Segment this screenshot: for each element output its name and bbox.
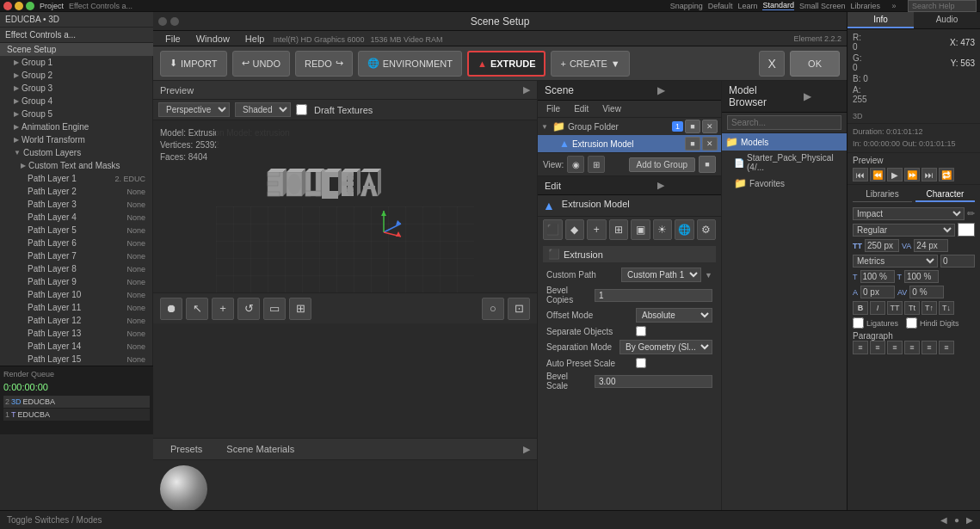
- align-justify-left-btn[interactable]: ≡: [921, 341, 937, 354]
- group-4-item[interactable]: ▶Group 4: [0, 95, 152, 108]
- italic-btn[interactable]: I: [870, 301, 885, 315]
- ok-button[interactable]: OK: [790, 51, 840, 77]
- expand-preview-icon[interactable]: ▶: [523, 84, 530, 95]
- expand-model-browser-icon[interactable]: ▶: [804, 90, 841, 102]
- align-justify-right-btn[interactable]: ≡: [939, 341, 954, 354]
- path-layer-5[interactable]: Path Layer 5None: [0, 224, 152, 237]
- path-layer-8[interactable]: Path Layer 8None: [0, 262, 152, 275]
- workspace-smallscreen[interactable]: Small Screen: [799, 2, 846, 10]
- edit-tool-light[interactable]: ☀: [653, 219, 673, 240]
- expand-edit-icon[interactable]: ▶: [657, 180, 714, 191]
- model-search-input[interactable]: [727, 115, 841, 130]
- group-5-item[interactable]: ▶Group 5: [0, 108, 152, 120]
- import-button[interactable]: ⬇ IMPORT: [160, 51, 227, 77]
- group-folder-item[interactable]: ▼ 📁 Group Folder 1 ■ ✕: [538, 118, 721, 135]
- align-left-btn[interactable]: ≡: [853, 341, 868, 354]
- extrusion-section-title[interactable]: ⬛ Extrusion: [543, 246, 716, 262]
- prev-back-btn[interactable]: ⏪: [870, 168, 885, 181]
- add-to-group-btn[interactable]: Add to Group: [629, 157, 695, 172]
- super-btn[interactable]: T↑: [921, 301, 937, 315]
- undo-button[interactable]: ↩ UNDO: [232, 51, 290, 77]
- folder-toggle-btn[interactable]: ■: [685, 120, 700, 133]
- extrusion-model-item[interactable]: ▲ Extrusion Model ■ ✕: [538, 135, 721, 152]
- favorites-folder[interactable]: 📁 Favorites: [722, 175, 847, 192]
- close-btn[interactable]: [3, 2, 12, 10]
- hindi-digits-check[interactable]: [906, 317, 917, 329]
- path-layer-4[interactable]: Path Layer 4None: [0, 211, 152, 224]
- bold-btn[interactable]: B: [853, 301, 868, 315]
- edit-tool-props[interactable]: ⊞: [609, 219, 629, 240]
- custom-layers-item[interactable]: ▼Custom Layers: [0, 146, 152, 159]
- nav-icon-2[interactable]: ●: [954, 515, 959, 525]
- path-layer-11[interactable]: Path Layer 11None: [0, 301, 152, 314]
- align-center-btn[interactable]: ≡: [870, 341, 885, 354]
- world-transform-item[interactable]: ▶World Transform: [0, 133, 152, 146]
- workspace-default[interactable]: Default: [708, 2, 733, 10]
- workspace-standard[interactable]: Standard: [762, 1, 794, 10]
- audio-tab[interactable]: Audio: [914, 12, 980, 28]
- caps-btn[interactable]: TT: [887, 301, 903, 315]
- record-btn[interactable]: ⏺: [160, 298, 182, 320]
- add-btn[interactable]: +: [212, 298, 234, 320]
- folder-close-btn[interactable]: ✕: [702, 120, 718, 133]
- info-tab[interactable]: Info: [847, 12, 914, 28]
- workspace-libraries[interactable]: Libraries: [850, 2, 880, 10]
- shading-select[interactable]: Shaded: [235, 102, 291, 117]
- metrics-value[interactable]: [940, 255, 975, 268]
- model-toggle-btn[interactable]: ■: [685, 137, 700, 151]
- model-close-btn[interactable]: ✕: [702, 137, 718, 151]
- pan-btn[interactable]: ⊡: [508, 298, 530, 320]
- animation-engine-item[interactable]: ▶Animation Engine: [0, 120, 152, 133]
- edit-tool-extrude[interactable]: ⬛: [543, 219, 563, 240]
- align-right-btn[interactable]: ≡: [887, 341, 903, 354]
- path-layer-7[interactable]: Path Layer 7None: [0, 249, 152, 262]
- environment-button[interactable]: 🌐 ENVIRONMENT: [358, 51, 462, 77]
- separation-mode-select[interactable]: By Geometry (Sl...: [619, 340, 712, 354]
- window-menu[interactable]: Window: [189, 32, 237, 46]
- workspace-learn[interactable]: Learn: [737, 2, 757, 10]
- minimize-btn[interactable]: [15, 2, 23, 10]
- effects-tab[interactable]: Effect Controls a...: [69, 2, 133, 10]
- scene-edit-menu[interactable]: Edit: [569, 102, 594, 115]
- prev-play-btn[interactable]: ▶: [887, 168, 903, 181]
- select-btn[interactable]: ↖: [186, 298, 208, 320]
- path-layer-1[interactable]: Path Layer 12. EDUC: [0, 172, 152, 185]
- libraries-tab[interactable]: Libraries: [853, 188, 912, 202]
- path-layer-14[interactable]: Path Layer 14None: [0, 340, 152, 353]
- path-layer-9[interactable]: Path Layer 9None: [0, 275, 152, 288]
- close-x-button[interactable]: X: [759, 51, 785, 77]
- ligatures-check[interactable]: [853, 317, 864, 329]
- custom-path-select[interactable]: Custom Path 1: [621, 268, 701, 282]
- baseline-input[interactable]: [860, 286, 895, 298]
- nav-icon-3[interactable]: ▶: [966, 515, 973, 525]
- add-to-group-toggle[interactable]: ■: [699, 156, 716, 173]
- path-layer-15[interactable]: Path Layer 15None: [0, 353, 152, 366]
- presets-tab[interactable]: Presets: [160, 442, 213, 456]
- redo-button[interactable]: REDO ↪: [295, 51, 353, 77]
- path-layer-2[interactable]: Path Layer 2None: [0, 185, 152, 198]
- tsume-input[interactable]: [909, 286, 944, 298]
- refresh-btn[interactable]: ↺: [237, 298, 260, 320]
- group-2-item[interactable]: ▶Group 2: [0, 69, 152, 82]
- frame-btn[interactable]: ▭: [263, 298, 286, 320]
- prev-skip-start-btn[interactable]: ⏮: [853, 168, 868, 181]
- scene-setup-tab[interactable]: Scene Setup: [0, 43, 153, 56]
- scene-file-menu[interactable]: File: [541, 102, 565, 115]
- expand-presets-icon[interactable]: ▶: [523, 444, 530, 455]
- path-layer-6[interactable]: Path Layer 6None: [0, 237, 152, 249]
- edit-tool-material[interactable]: ▣: [631, 219, 650, 240]
- scale-v-input[interactable]: [904, 270, 939, 283]
- bevel-scale-input[interactable]: [595, 375, 712, 388]
- models-folder[interactable]: 📁 Models: [722, 133, 847, 151]
- search-help-input[interactable]: [908, 0, 977, 12]
- kerning-input[interactable]: [914, 239, 948, 252]
- scene-materials-tab[interactable]: Scene Materials: [216, 442, 305, 456]
- timeline-layer-1[interactable]: 2 3D EDUCBA: [3, 396, 150, 408]
- small-caps-btn[interactable]: Tt: [904, 301, 920, 315]
- project-tab[interactable]: Project: [40, 2, 64, 10]
- maximize-btn[interactable]: [26, 2, 34, 10]
- edit-tool-add[interactable]: +: [587, 219, 607, 240]
- font-family-select[interactable]: Impact: [853, 207, 965, 220]
- auto-preset-check[interactable]: [636, 358, 646, 368]
- path-layer-3[interactable]: Path Layer 3None: [0, 198, 152, 211]
